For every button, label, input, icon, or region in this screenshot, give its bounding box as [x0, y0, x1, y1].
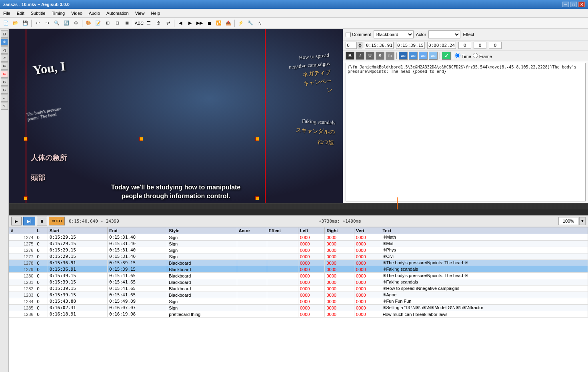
- close-button[interactable]: ✕: [578, 2, 585, 7]
- table-row[interactable]: 128100:15:39.150:15:41.65Blackboard00000…: [9, 279, 588, 286]
- table-row[interactable]: 128300:15:39.150:15:41.65Blackboard00000…: [9, 292, 588, 298]
- comment-checkbox[interactable]: [346, 32, 351, 37]
- actor-dropdown[interactable]: [428, 30, 460, 38]
- menu-video[interactable]: Video: [68, 9, 86, 17]
- zoom-input[interactable]: [558, 217, 578, 225]
- table-row[interactable]: 127500:15:29.150:15:31.40Sign00000000000…: [9, 241, 588, 247]
- maximize-button[interactable]: □: [570, 2, 577, 7]
- commit-button[interactable]: ✓: [442, 52, 451, 60]
- strikethrough-button[interactable]: S: [376, 52, 384, 60]
- menu-timing[interactable]: Timing: [48, 9, 68, 17]
- start-time-input[interactable]: [365, 42, 394, 49]
- toolbar-shift[interactable]: ⇄: [164, 19, 172, 28]
- menu-edit[interactable]: Edit: [14, 9, 28, 17]
- layer-input[interactable]: [346, 42, 357, 49]
- underline-button[interactable]: U: [366, 52, 374, 60]
- sidebar-btn-6[interactable]: ⊗: [1, 70, 8, 78]
- toolbar-extra3[interactable]: N: [256, 19, 264, 28]
- val3-input[interactable]: [489, 42, 502, 49]
- menu-audio[interactable]: Audio: [86, 9, 103, 17]
- subtitle-table[interactable]: # L Start End Style Actor Effect Left Ri…: [9, 227, 588, 372]
- toolbar-list[interactable]: ☰: [144, 19, 153, 28]
- toolbar-grid2[interactable]: ⊟: [113, 19, 122, 28]
- bold-button[interactable]: B: [346, 52, 354, 60]
- menu-automation[interactable]: Automation: [103, 9, 132, 17]
- auto-button[interactable]: AUTO: [49, 217, 65, 225]
- sidebar-btn-8[interactable]: ⊙: [1, 86, 8, 94]
- toolbar-undo[interactable]: ↩: [33, 19, 42, 28]
- table-row[interactable]: 127700:15:29.150:15:31.40Sign00000000000…: [9, 253, 588, 260]
- toolbar-properties[interactable]: ⚙: [72, 19, 80, 28]
- toolbar-grid1[interactable]: ⊞: [103, 19, 112, 28]
- toolbar-timing[interactable]: ⏱: [154, 19, 163, 28]
- sidebar-btn-2[interactable]: ✤: [1, 38, 8, 46]
- minimize-button[interactable]: ─: [562, 2, 569, 7]
- table-row[interactable]: 127900:15:36.910:15:39.15Blackboard00000…: [9, 266, 588, 273]
- toolbar-extra2[interactable]: 🔧: [246, 19, 255, 28]
- align-btn-1[interactable]: AN: [399, 52, 408, 60]
- timeline[interactable]: [9, 203, 588, 215]
- toolbar-extra1[interactable]: ⚡: [236, 19, 245, 28]
- sidebar-btn-4[interactable]: ↗: [1, 54, 8, 62]
- table-row[interactable]: 128600:16:18.910:16:19.08prettlecard thi…: [9, 311, 588, 318]
- toolbar-open[interactable]: 📂: [11, 19, 20, 28]
- toolbar-video-next[interactable]: ▶▶: [195, 19, 204, 28]
- sidebar-btn-7[interactable]: ⊘: [1, 78, 8, 86]
- video-container[interactable]: How to spreadnegative campaigns ネガティブキャン…: [9, 29, 343, 203]
- toolbar-styles[interactable]: 🎨: [84, 19, 93, 28]
- frame-radio[interactable]: [473, 53, 478, 58]
- sidebar-btn-3[interactable]: ◁: [1, 46, 8, 54]
- align-btn-2[interactable]: AN: [409, 52, 418, 60]
- toolbar-video-loop[interactable]: 🔁: [214, 19, 223, 28]
- table-row[interactable]: 128500:16:02.310:16:07.07Sign00000000000…: [9, 305, 588, 311]
- table-row[interactable]: 127600:15:29.150:15:31.40Sign00000000000…: [9, 247, 588, 253]
- sidebar-btn-9[interactable]: ↔: [1, 95, 8, 102]
- scrubber-bar[interactable]: [9, 203, 588, 209]
- layer-down[interactable]: ▼: [358, 45, 362, 48]
- table-row[interactable]: 127400:15:29.150:15:31.40Sign00000000000…: [9, 234, 588, 241]
- time-radio[interactable]: [455, 53, 460, 58]
- time-radio-label[interactable]: Time: [455, 53, 471, 59]
- align-btn-4[interactable]: AN: [429, 52, 438, 60]
- toolbar-spell[interactable]: ABC: [135, 19, 144, 28]
- menu-file[interactable]: File: [0, 9, 14, 17]
- pause-button[interactable]: ⏸: [37, 217, 47, 225]
- toolbar-new[interactable]: 📄: [2, 19, 10, 28]
- frame-radio-label[interactable]: Frame: [473, 53, 492, 59]
- script-textarea[interactable]: [346, 63, 586, 201]
- style-dropdown[interactable]: Blackboard Sign: [374, 30, 414, 38]
- menu-help[interactable]: Help: [148, 9, 163, 17]
- table-row[interactable]: 128000:15:39.150:15:41.65Blackboard00000…: [9, 273, 588, 279]
- play-alt-button[interactable]: ▶|: [23, 217, 35, 225]
- italic-button[interactable]: I: [356, 52, 364, 60]
- font-button[interactable]: fn: [386, 52, 394, 60]
- menu-view[interactable]: View: [132, 9, 148, 17]
- sidebar-btn-1[interactable]: ⊡: [1, 30, 8, 38]
- handle-tl[interactable]: [24, 137, 28, 141]
- end-time-input[interactable]: [396, 42, 425, 49]
- val1-input[interactable]: [458, 42, 471, 49]
- toolbar-grid3[interactable]: ⊠: [122, 19, 131, 28]
- duration-input[interactable]: [427, 42, 456, 49]
- layer-up[interactable]: ▲: [358, 42, 362, 45]
- toolbar-video-prev[interactable]: ◀: [176, 19, 185, 28]
- toolbar-styles2[interactable]: 📝: [94, 19, 102, 28]
- handle-tr[interactable]: [255, 137, 259, 141]
- toolbar-replace[interactable]: 🔄: [62, 19, 71, 28]
- play-button[interactable]: ▶: [11, 217, 22, 225]
- toolbar-redo[interactable]: ↪: [43, 19, 52, 28]
- sidebar-btn-10[interactable]: ?: [1, 103, 8, 110]
- val2-input[interactable]: [474, 42, 486, 49]
- table-row[interactable]: 127800:15:36.910:15:39.15Blackboard00000…: [9, 260, 588, 266]
- toolbar-save[interactable]: 💾: [21, 19, 30, 28]
- toolbar-video-export[interactable]: 📤: [224, 19, 233, 28]
- table-row[interactable]: 128200:15:39.150:15:41.65Blackboard00000…: [9, 286, 588, 292]
- align-btn-3[interactable]: AN: [419, 52, 428, 60]
- scrubber-bottom[interactable]: [9, 209, 588, 215]
- sidebar-btn-5[interactable]: ⊕: [1, 62, 8, 70]
- toolbar-video-stop[interactable]: ⏹: [205, 19, 214, 28]
- toolbar-find[interactable]: 🔍: [52, 19, 61, 28]
- table-row[interactable]: 128400:15:43.880:15:49.09Sign00000000000…: [9, 298, 588, 305]
- zoom-down-arrow[interactable]: ▼: [579, 217, 586, 225]
- menu-subtitle[interactable]: Subtitle: [28, 9, 49, 17]
